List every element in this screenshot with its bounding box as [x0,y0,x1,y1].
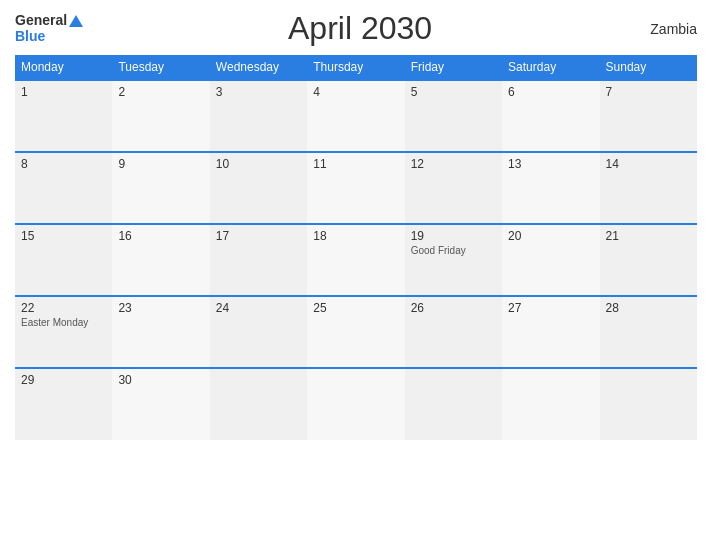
calendar-day-cell: 3 [210,80,307,152]
calendar-day-cell: 22Easter Monday [15,296,112,368]
calendar-day-cell: 6 [502,80,599,152]
calendar-day-cell: 8 [15,152,112,224]
calendar-day-cell: 7 [600,80,697,152]
calendar-week-row: 891011121314 [15,152,697,224]
calendar-day-cell: 9 [112,152,209,224]
day-number: 12 [411,157,496,171]
calendar-day-cell: 27 [502,296,599,368]
country-label: Zambia [637,21,697,37]
day-number: 29 [21,373,106,387]
day-number: 7 [606,85,691,99]
day-number: 19 [411,229,496,243]
calendar-table: MondayTuesdayWednesdayThursdayFridaySatu… [15,55,697,440]
day-number: 26 [411,301,496,315]
calendar-day-cell: 18 [307,224,404,296]
day-number: 20 [508,229,593,243]
col-header-sunday: Sunday [600,55,697,80]
page: General Blue April 2030 Zambia MondayTue… [0,0,712,550]
day-number: 16 [118,229,203,243]
calendar-day-cell: 26 [405,296,502,368]
logo-blue-text: Blue [15,29,45,44]
day-number: 11 [313,157,398,171]
day-number: 24 [216,301,301,315]
calendar-day-cell [502,368,599,440]
day-number: 22 [21,301,106,315]
day-number: 1 [21,85,106,99]
col-header-wednesday: Wednesday [210,55,307,80]
col-header-thursday: Thursday [307,55,404,80]
day-number: 15 [21,229,106,243]
day-number: 17 [216,229,301,243]
day-number: 8 [21,157,106,171]
calendar-week-row: 2930 [15,368,697,440]
logo-general-text: General [15,13,67,28]
calendar-day-cell [210,368,307,440]
calendar-day-cell: 10 [210,152,307,224]
header: General Blue April 2030 Zambia [15,10,697,47]
calendar-day-cell: 30 [112,368,209,440]
day-number: 2 [118,85,203,99]
calendar-header-row: MondayTuesdayWednesdayThursdayFridaySatu… [15,55,697,80]
calendar-week-row: 1516171819Good Friday2021 [15,224,697,296]
calendar-day-cell: 29 [15,368,112,440]
calendar-day-cell: 11 [307,152,404,224]
calendar-day-cell: 13 [502,152,599,224]
calendar-day-cell: 4 [307,80,404,152]
col-header-tuesday: Tuesday [112,55,209,80]
calendar-day-cell: 23 [112,296,209,368]
day-number: 30 [118,373,203,387]
calendar-day-cell: 28 [600,296,697,368]
calendar-day-cell [600,368,697,440]
day-number: 18 [313,229,398,243]
day-number: 21 [606,229,691,243]
logo: General Blue [15,13,83,44]
day-number: 10 [216,157,301,171]
calendar-week-row: 1234567 [15,80,697,152]
col-header-saturday: Saturday [502,55,599,80]
day-number: 28 [606,301,691,315]
day-number: 23 [118,301,203,315]
calendar-day-cell: 25 [307,296,404,368]
logo-triangle-icon [69,15,83,27]
holiday-label: Good Friday [411,245,496,256]
calendar-day-cell: 19Good Friday [405,224,502,296]
calendar-week-row: 22Easter Monday232425262728 [15,296,697,368]
calendar-day-cell: 5 [405,80,502,152]
calendar-day-cell: 20 [502,224,599,296]
calendar-day-cell [405,368,502,440]
calendar-day-cell: 21 [600,224,697,296]
day-number: 3 [216,85,301,99]
calendar-day-cell: 2 [112,80,209,152]
calendar-day-cell [307,368,404,440]
day-number: 14 [606,157,691,171]
holiday-label: Easter Monday [21,317,106,328]
calendar-title: April 2030 [83,10,637,47]
calendar-day-cell: 12 [405,152,502,224]
day-number: 27 [508,301,593,315]
day-number: 6 [508,85,593,99]
calendar-day-cell: 17 [210,224,307,296]
calendar-day-cell: 16 [112,224,209,296]
calendar-day-cell: 14 [600,152,697,224]
day-number: 9 [118,157,203,171]
calendar-day-cell: 15 [15,224,112,296]
day-number: 25 [313,301,398,315]
day-number: 13 [508,157,593,171]
calendar-day-cell: 24 [210,296,307,368]
col-header-friday: Friday [405,55,502,80]
day-number: 5 [411,85,496,99]
day-number: 4 [313,85,398,99]
calendar-day-cell: 1 [15,80,112,152]
col-header-monday: Monday [15,55,112,80]
